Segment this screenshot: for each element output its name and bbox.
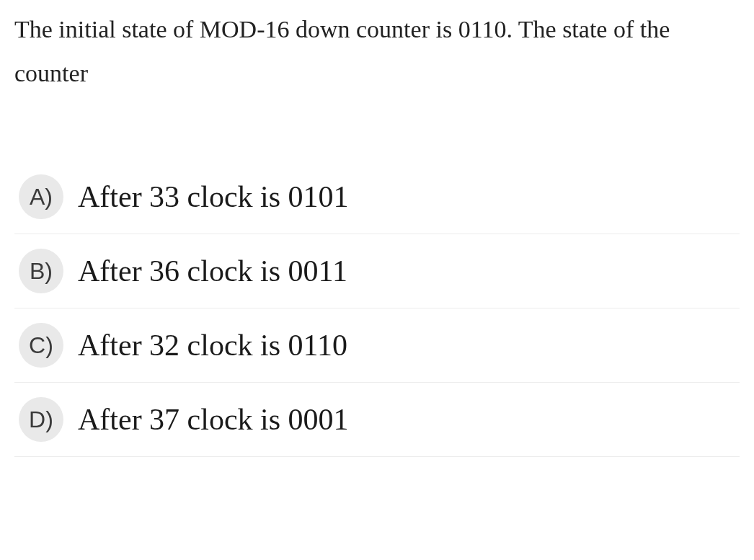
option-letter-c: C)	[19, 323, 63, 368]
option-text-a: After 33 clock is 0101	[78, 179, 349, 214]
option-c[interactable]: C) After 32 clock is 0110	[14, 308, 740, 383]
option-letter-b: B)	[19, 249, 63, 293]
option-text-d: After 37 clock is 0001	[78, 402, 349, 437]
option-b[interactable]: B) After 36 clock is 0011	[14, 234, 740, 308]
option-d[interactable]: D) After 37 clock is 0001	[14, 383, 740, 457]
option-letter-a: A)	[19, 174, 63, 219]
question-text: The initial state of MOD-16 down counter…	[14, 7, 740, 95]
options-list: A) After 33 clock is 0101 B) After 36 cl…	[14, 160, 740, 457]
option-a[interactable]: A) After 33 clock is 0101	[14, 160, 740, 234]
option-letter-d: D)	[19, 397, 63, 442]
option-text-c: After 32 clock is 0110	[78, 328, 347, 363]
option-text-b: After 36 clock is 0011	[78, 254, 347, 288]
